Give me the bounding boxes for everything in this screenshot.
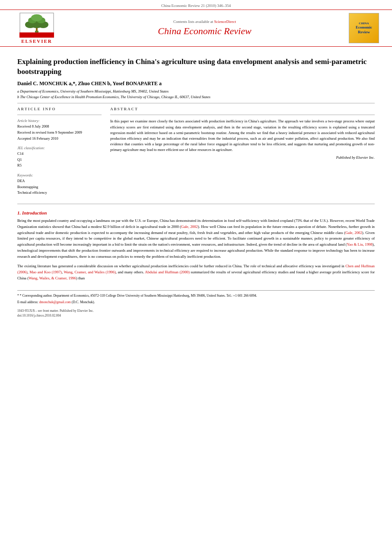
divider-2 <box>17 204 375 204</box>
article-title: Explaining production inefficiency in Ch… <box>17 57 375 77</box>
contents-line: Contents lists available at ScienceDirec… <box>61 19 349 24</box>
elsevier-tree-icon <box>19 13 54 38</box>
keyword-technical: Technical efficiency <box>17 190 102 196</box>
affiliation-a: a Department of Economics, University of… <box>17 89 375 94</box>
affiliations: a Department of Economics, University of… <box>17 89 375 100</box>
email-link[interactable]: dmonchuk@gmail.com <box>39 300 71 304</box>
journal-title-center: Contents lists available at ScienceDirec… <box>61 19 349 37</box>
keywords-content: DEA Bootstrapping Technical efficiency <box>17 178 102 196</box>
divider-left-1 <box>17 115 102 115</box>
svg-point-7 <box>31 14 42 21</box>
svg-rect-9 <box>19 32 54 38</box>
article-info-abstract: ARTICLE INFO Article history: Received 8… <box>17 107 375 200</box>
ref-mao-koo: Mao and Koo (1997) <box>29 270 62 274</box>
history-line-2: Received in revised form 9 September 200… <box>17 130 102 136</box>
intro-paragraph-2: The existing literature has generated a … <box>17 263 375 282</box>
footer-area: * * Corresponding author. Department of … <box>17 290 375 318</box>
published-by: Published by Elsevier Inc. <box>110 155 375 160</box>
abstract-text: In this paper we examine more closely th… <box>110 119 375 153</box>
logo-text-main: EconomicReview <box>356 25 372 35</box>
journal-logo-right: CHINA EconomicReview <box>349 13 379 43</box>
sciencedirect-link[interactable]: ScienceDirect <box>214 19 236 24</box>
issn-line: 1043-951X/$ – see front matter. Publishe… <box>17 308 375 313</box>
elsevier-text: ELSEVIER <box>21 38 52 44</box>
keyword-dea: DEA <box>17 178 102 184</box>
intro-paragraph-1: Being the most populated country and occ… <box>17 218 375 260</box>
email-suffix: (D.C. Monchuk). <box>72 300 95 304</box>
journal-main-title: China Economic Review <box>61 26 349 37</box>
keywords-block: Keywords: DEA Bootstrapping Technical ef… <box>17 173 102 196</box>
content-area: Explaining production inefficiency in Ch… <box>0 47 392 323</box>
email-label: E-mail address: <box>17 300 38 304</box>
article-info-col: ARTICLE INFO Article history: Received 8… <box>17 107 102 200</box>
introduction-section: 1. Introduction Being the most populated… <box>17 210 375 282</box>
history-line-3: Accepted 16 February 2010 <box>17 136 102 142</box>
abstract-label: ABSTRACT <box>110 107 375 111</box>
journal-citation: China Economic Review 21 (2010) 346–354 <box>161 3 231 8</box>
affiliation-b: b The Chicago Center of Excellence in He… <box>17 94 375 100</box>
jel-codes: C14 Q1 R5 <box>17 151 102 169</box>
divider-right-1 <box>110 115 375 115</box>
jel-block: JEL classification: C14 Q1 R5 <box>17 146 102 169</box>
authors: Daniel C. MONCHUK a,*, Zhuo CHEN b, Yose… <box>17 80 375 87</box>
doi-line: doi:10.1016/j.chieco.2010.02.004 <box>17 313 375 318</box>
jel-label: JEL classification: <box>17 146 102 150</box>
authors-text: Daniel C. MONCHUK a,*, Zhuo CHEN b, Yose… <box>17 80 162 86</box>
keyword-bootstrapping: Bootstrapping <box>17 184 102 190</box>
ref-wang-wailes-cramer: Wang, Wailes, & Cramer, 1996 <box>29 276 76 280</box>
journal-header: ELSEVIER Contents lists available at Sci… <box>0 10 392 47</box>
introduction-heading: 1. Introduction <box>17 210 375 215</box>
footer-bar-bottom: 1043-951X/$ – see front matter. Publishe… <box>17 308 375 318</box>
history-block: Article history: Received 8 July 2008 Re… <box>17 119 102 141</box>
elsevier-logo: ELSEVIER <box>13 13 61 44</box>
ref-gale-2002-2: Gale, 2002 <box>345 231 362 235</box>
ref-gale-2002-1: Gale, 2002 <box>181 224 198 229</box>
history-label: Article history: <box>17 119 102 123</box>
logo-text-top: CHINA <box>359 22 369 25</box>
history-content: Received 8 July 2008 Received in revised… <box>17 124 102 141</box>
jel-r5: R5 <box>17 163 102 169</box>
history-line-1: Received 8 July 2008 <box>17 124 102 130</box>
journal-citation-bar: China Economic Review 21 (2010) 346–354 <box>0 0 392 10</box>
article-info-label: ARTICLE INFO <box>17 107 102 111</box>
keywords-label: Keywords: <box>17 173 102 177</box>
ref-wang-cramer-wailes: Wang, Cramer, and Wailes (1996) <box>64 270 115 274</box>
ref-yao-liu-1998: Yao & Liu, 1998 <box>347 242 373 247</box>
corresponding-author-text: * Corresponding author. Department of Ec… <box>20 294 257 298</box>
ref-abdulai-huffman: Abdulai and Huffman (2000) <box>145 270 190 274</box>
abstract-col: ABSTRACT In this paper we examine more c… <box>110 107 375 200</box>
divider-1 <box>17 103 375 103</box>
email-note: E-mail address: dmonchuk@gmail.com (D.C.… <box>17 300 375 305</box>
jel-q1: Q1 <box>17 157 102 163</box>
corresponding-author-note: * * Corresponding author. Department of … <box>17 293 375 298</box>
jel-c14: C14 <box>17 151 102 157</box>
page: China Economic Review 21 (2010) 346–354 <box>0 0 392 535</box>
